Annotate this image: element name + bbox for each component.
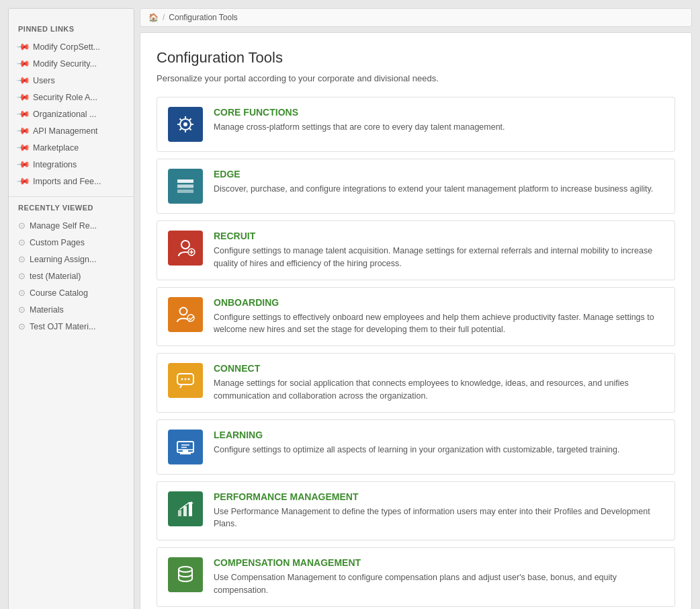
svg-point-1	[183, 122, 187, 126]
pin-icon: 📌	[16, 40, 31, 54]
connect-title: CONNECT	[214, 363, 664, 374]
sidebar-item-label: Test OJT Materi...	[30, 322, 95, 331]
sidebar-item-label: API Management	[33, 126, 98, 136]
performance-title: PERFORMANCE MANAGEMENT	[214, 491, 664, 502]
onboarding-title: ONBOARDING	[214, 297, 664, 308]
pin-icon: 📌	[16, 124, 31, 138]
sidebar: PINNED LINKS 📌 Modify CorpSett... 📌 Modi…	[8, 8, 134, 609]
clock-icon: ⊙	[18, 304, 26, 315]
compensation-desc: Use Compensation Management to configure…	[214, 571, 664, 597]
sidebar-item-label: Course Catalog	[30, 288, 88, 298]
sidebar-item-modify-corp[interactable]: 📌 Modify CorpSett...	[9, 38, 134, 55]
sidebar-item-label: Learning Assign...	[30, 255, 96, 264]
svg-line-8	[189, 119, 191, 121]
card-compensation[interactable]: COMPENSATION MANAGEMENT Use Compensation…	[157, 547, 675, 607]
sidebar-item-test-ojt[interactable]: ⊙ Test OJT Materi...	[9, 318, 134, 335]
compensation-icon	[168, 557, 203, 592]
svg-point-17	[180, 307, 187, 315]
connect-body: CONNECT Manage settings for social appli…	[214, 363, 664, 403]
svg-point-22	[188, 378, 190, 380]
svg-point-18	[187, 315, 194, 321]
sidebar-item-label: Custom Pages	[30, 238, 85, 247]
clock-icon: ⊙	[18, 288, 26, 298]
sidebar-item-label: Integrations	[33, 160, 77, 169]
sidebar-item-label: Marketplace	[33, 143, 79, 153]
onboarding-body: ONBOARDING Configure settings to effecti…	[214, 297, 664, 337]
sidebar-item-label: Manage Self Re...	[30, 221, 97, 231]
clock-icon: ⊙	[18, 254, 26, 264]
sidebar-item-label: Users	[33, 76, 55, 85]
page-panel: Configuration Tools Personalize your por…	[140, 32, 692, 609]
sidebar-item-label: Materials	[30, 305, 64, 315]
home-icon[interactable]: 🏠	[148, 13, 159, 22]
svg-rect-30	[183, 506, 187, 516]
sidebar-item-label: Modify CorpSett...	[33, 42, 100, 52]
sidebar-item-label: Imports and Fee...	[33, 177, 101, 186]
svg-rect-25	[183, 450, 188, 452]
sidebar-item-marketplace[interactable]: 📌 Marketplace	[9, 139, 134, 156]
clock-icon: ⊙	[18, 237, 26, 247]
sidebar-item-users[interactable]: 📌 Users	[9, 72, 134, 89]
svg-point-21	[185, 378, 187, 380]
connect-desc: Manage settings for social application t…	[214, 377, 664, 403]
card-edge[interactable]: EDGE Discover, purchase, and configure i…	[157, 159, 675, 214]
card-recruit[interactable]: RECRUIT Configure settings to manage tal…	[157, 220, 675, 280]
core-functions-icon	[168, 107, 203, 142]
connect-icon	[168, 363, 203, 398]
clock-icon: ⊙	[18, 271, 26, 281]
core-functions-body: CORE FUNCTIONS Manage cross-platform set…	[214, 107, 664, 134]
onboarding-icon	[168, 297, 203, 332]
learning-body: LEARNING Configure settings to optimize …	[214, 430, 664, 456]
pinned-links-label: PINNED LINKS	[9, 25, 134, 38]
sidebar-item-label: Security Role A...	[33, 93, 97, 102]
pin-icon: 📌	[16, 90, 31, 105]
compensation-body: COMPENSATION MANAGEMENT Use Compensation…	[214, 557, 664, 597]
sidebar-item-test-material[interactable]: ⊙ test (Material)	[9, 268, 134, 284]
sidebar-item-custom-pages[interactable]: ⊙ Custom Pages	[9, 234, 134, 251]
card-connect[interactable]: CONNECT Manage settings for social appli…	[157, 353, 675, 413]
sidebar-item-materials[interactable]: ⊙ Materials	[9, 301, 134, 318]
breadcrumb-separator: /	[163, 13, 165, 22]
edge-desc: Discover, purchase, and configure integr…	[214, 183, 664, 196]
edge-body: EDGE Discover, purchase, and configure i…	[214, 169, 664, 196]
performance-icon	[168, 491, 203, 526]
pin-icon: 📌	[16, 174, 31, 189]
sidebar-item-api[interactable]: 📌 API Management	[9, 122, 134, 139]
recruit-desc: Configure settings to manage talent acqu…	[214, 245, 664, 270]
sidebar-item-modify-security[interactable]: 📌 Modify Security...	[9, 55, 134, 72]
card-performance[interactable]: PERFORMANCE MANAGEMENT Use Performance M…	[157, 481, 675, 541]
recruit-icon	[168, 231, 203, 266]
sidebar-item-learning-assign[interactable]: ⊙ Learning Assign...	[9, 251, 134, 268]
sidebar-item-organizational[interactable]: 📌 Organizational ...	[9, 106, 134, 122]
sidebar-item-manage-self[interactable]: ⊙ Manage Self Re...	[9, 217, 134, 234]
svg-rect-12	[177, 190, 193, 193]
compensation-title: COMPENSATION MANAGEMENT	[214, 557, 664, 568]
clock-icon: ⊙	[18, 220, 26, 231]
card-learning[interactable]: LEARNING Configure settings to optimize …	[157, 419, 675, 475]
main-content: 🏠 / Configuration Tools Configuration To…	[140, 8, 692, 609]
edge-icon	[168, 169, 203, 204]
sidebar-item-imports[interactable]: 📌 Imports and Fee...	[9, 173, 134, 190]
learning-desc: Configure settings to optimize all aspec…	[214, 444, 664, 456]
performance-body: PERFORMANCE MANAGEMENT Use Performance M…	[214, 491, 664, 531]
sidebar-item-course-catalog[interactable]: ⊙ Course Catalog	[9, 284, 134, 301]
svg-line-6	[180, 119, 182, 121]
card-core-functions[interactable]: CORE FUNCTIONS Manage cross-platform set…	[157, 97, 675, 152]
learning-title: LEARNING	[214, 430, 664, 440]
pin-icon: 📌	[16, 140, 31, 155]
sidebar-divider	[9, 196, 134, 197]
card-onboarding[interactable]: ONBOARDING Configure settings to effecti…	[157, 287, 675, 347]
page-subtitle: Personalize your portal according to you…	[157, 73, 675, 83]
pin-icon: 📌	[16, 56, 31, 71]
svg-point-20	[181, 378, 183, 380]
onboarding-desc: Configure settings to effectively onboar…	[214, 311, 664, 337]
svg-line-7	[189, 128, 191, 130]
breadcrumb: 🏠 / Configuration Tools	[140, 8, 692, 27]
sidebar-item-integrations[interactable]: 📌 Integrations	[9, 156, 134, 173]
sidebar-item-label: Modify Security...	[33, 59, 97, 69]
svg-rect-10	[177, 179, 193, 183]
breadcrumb-current: Configuration Tools	[169, 13, 238, 22]
recruit-body: RECRUIT Configure settings to manage tal…	[214, 231, 664, 270]
sidebar-item-security-role[interactable]: 📌 Security Role A...	[9, 89, 134, 106]
sidebar-item-label: Organizational ...	[33, 110, 97, 119]
